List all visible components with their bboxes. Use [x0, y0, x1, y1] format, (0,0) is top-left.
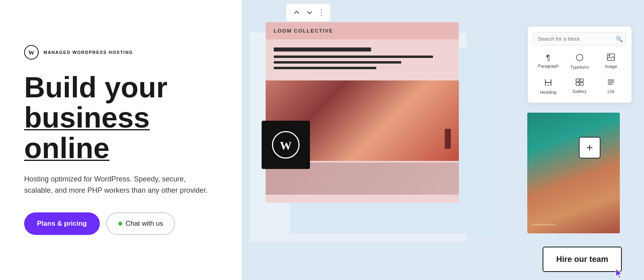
svg-point-4 — [576, 54, 583, 61]
svg-rect-7 — [576, 79, 579, 82]
logo-row: W MANAGED WORDPRESS HOSTING — [24, 45, 217, 60]
mouse-cursor — [615, 268, 624, 277]
cta-row: Plans & pricing Chat with us — [24, 212, 217, 235]
list-label: List — [607, 89, 614, 94]
teal-image-gradient — [527, 113, 620, 233]
block-item-image[interactable]: Image — [596, 51, 626, 72]
wp-black-icon-block: W — [262, 121, 310, 169]
block-item-paragraph[interactable]: ¶ Paragraph — [533, 51, 563, 72]
chevron-up-icon — [294, 10, 299, 15]
block-item-gallery[interactable]: Gallery — [565, 76, 594, 97]
wordpress-logo-icon: W — [24, 45, 39, 60]
plans-pricing-button[interactable]: Plans & pricing — [24, 212, 100, 235]
website-card-body — [266, 39, 459, 76]
content-line-2 — [274, 61, 401, 64]
svg-rect-8 — [580, 79, 583, 82]
content-heading-bar — [274, 47, 371, 51]
cursor-icon — [615, 268, 624, 279]
more-options-button[interactable]: ⋮ — [316, 8, 326, 17]
add-block-button[interactable]: + — [579, 137, 601, 159]
heading-line2: business online — [24, 101, 150, 164]
gallery-icon — [576, 78, 584, 87]
svg-rect-10 — [580, 82, 583, 85]
content-line-3 — [274, 67, 376, 69]
site-name-text: LOOM COLLECTIVE — [274, 28, 333, 34]
hire-card-label: Hire our team — [556, 255, 608, 264]
main-heading: Build your business online — [24, 72, 217, 164]
wp-icon-white: W — [272, 131, 300, 159]
chat-with-us-button[interactable]: Chat with us — [106, 212, 175, 235]
heading-label: Heading — [540, 90, 557, 95]
block-item-list[interactable]: List — [596, 76, 626, 97]
teal-lifestyle-image — [527, 113, 620, 233]
block-picker-panel: 🔍 ¶ Paragraph Typeform — [527, 26, 632, 103]
chat-label: Chat with us — [126, 220, 163, 228]
subtitle-text: Hosting optimized for WordPress. Speedy,… — [24, 173, 209, 197]
svg-text:W: W — [280, 139, 291, 152]
paragraph-label: Paragraph — [538, 64, 558, 68]
search-icon: 🔍 — [616, 36, 623, 42]
svg-rect-9 — [576, 82, 579, 85]
chevron-down-button[interactable] — [303, 6, 316, 19]
image-icon — [607, 54, 615, 62]
right-panel: ⋮ 🔍 ¶ Paragraph Typeform — [242, 0, 644, 280]
paragraph-icon: ¶ — [546, 54, 551, 62]
block-item-typeform[interactable]: Typeform — [565, 51, 594, 72]
image-decor-line — [531, 224, 555, 225]
typeform-icon — [576, 54, 584, 63]
block-search-input[interactable] — [533, 32, 626, 45]
hire-our-team-card[interactable]: Hire our team — [543, 247, 622, 272]
block-search-wrap: 🔍 — [533, 32, 626, 45]
site-name-header: LOOM COLLECTIVE — [266, 22, 459, 39]
chat-online-indicator — [118, 222, 122, 226]
chevron-down-icon — [307, 10, 312, 15]
editor-toolbar: ⋮ — [286, 3, 331, 22]
left-panel: W MANAGED WORDPRESS HOSTING Build your b… — [0, 0, 242, 280]
svg-point-6 — [609, 55, 610, 56]
typeform-label: Typeform — [570, 65, 589, 70]
image-label: Image — [605, 64, 617, 69]
logo-text: MANAGED WORDPRESS HOSTING — [43, 50, 133, 55]
heading-line1: Build your — [24, 71, 167, 103]
list-icon — [607, 78, 615, 87]
gallery-label: Gallery — [573, 89, 587, 94]
block-item-heading[interactable]: Heading — [533, 76, 563, 97]
svg-text:W: W — [28, 49, 34, 56]
chevron-up-button[interactable] — [290, 6, 303, 19]
room-decor — [445, 129, 451, 149]
website-mockup-card: LOOM COLLECTIVE — [266, 22, 459, 203]
block-grid: ¶ Paragraph Typeform — [533, 51, 626, 97]
heading-icon — [545, 78, 552, 88]
content-line-1 — [274, 56, 433, 58]
